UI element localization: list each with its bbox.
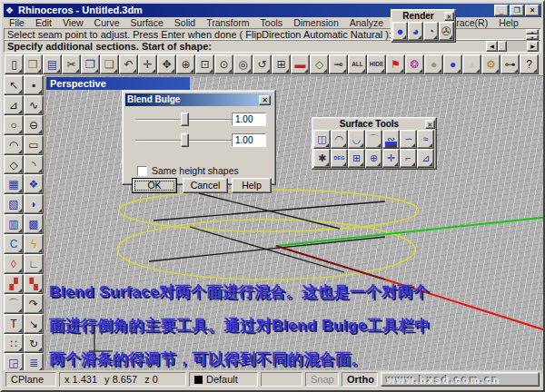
new-file-button[interactable]: ▯ [5, 54, 24, 74]
scroll-thumb[interactable] [498, 41, 507, 52]
point-on-button[interactable]: ⊸ [329, 54, 348, 74]
surface-tools-close-icon[interactable]: ✕ [425, 120, 435, 129]
blend-surface-2-button[interactable]: ∽ [400, 130, 417, 149]
menu-item[interactable]: Edit [30, 17, 57, 28]
layer-flag-button[interactable]: ⚑ [386, 54, 405, 74]
cancel-button[interactable]: Cancel [183, 178, 228, 193]
render-palette-titlebar[interactable]: Render ✕ [392, 11, 454, 22]
spotlight-button[interactable]: ▲ [462, 54, 481, 74]
blend-surface-3-button[interactable]: ≈ [417, 130, 434, 149]
cplane-pane[interactable]: CPlane [5, 372, 56, 387]
slider-thumb[interactable] [181, 133, 189, 147]
layer-pane[interactable]: Default [189, 372, 258, 387]
mesh-box-button[interactable]: ▩ [24, 214, 44, 234]
zoom-window-button[interactable]: ⊡ [195, 54, 214, 74]
red-car-button[interactable]: ▬ [291, 54, 310, 74]
scroll-right-icon[interactable]: ▶ [527, 41, 539, 52]
extend-surface-button[interactable]: ◫ [313, 130, 331, 149]
ellipsoid-button[interactable]: ⊕ [365, 149, 382, 168]
select-all-button[interactable]: ALL [348, 54, 367, 74]
split-button[interactable]: ▚ [24, 274, 44, 294]
cut-button[interactable]: ✂ [62, 54, 81, 74]
ortho-toggle[interactable]: Ortho [342, 372, 378, 387]
menu-item[interactable]: Dimension [288, 17, 344, 28]
loft-surface-button[interactable]: ▦ [4, 174, 24, 194]
adjust-end-bulge-button[interactable]: ↷ [24, 294, 44, 314]
render-palette-close-icon[interactable]: ✕ [444, 12, 454, 21]
merge-surface-button[interactable]: ⊞ [348, 149, 365, 168]
text-button[interactable]: T [4, 314, 24, 334]
render-preview-button[interactable]: ◔ [423, 22, 439, 41]
polyline-button[interactable]: ⊿ [4, 95, 24, 115]
blend-corner-button[interactable]: ⌒ [365, 130, 382, 149]
zoom-selected-button[interactable]: ⊙ [214, 54, 233, 74]
cylinder-button[interactable]: ▥ [4, 214, 24, 234]
spin-down-icon[interactable]: ▼ [526, 34, 539, 40]
viewport-title[interactable]: Perspective [46, 77, 190, 90]
menu-item[interactable]: Help [493, 17, 524, 28]
color-wheel-button[interactable]: ❂ [405, 54, 424, 74]
menu-item[interactable]: Solid [169, 17, 201, 28]
rotate-view-button[interactable]: ✥ [157, 54, 176, 74]
bulge-slider-1[interactable] [135, 113, 237, 126]
box-button[interactable]: ▧ [4, 194, 24, 214]
select-button[interactable]: ↖ [4, 75, 24, 95]
help-button[interactable]: ? [520, 54, 539, 74]
render-button[interactable]: ● [392, 22, 408, 41]
menu-item[interactable]: View [57, 17, 89, 28]
menu-item[interactable]: Transform [201, 17, 254, 28]
dialog-close-icon[interactable]: ✕ [259, 95, 271, 105]
fillet-surface-button[interactable]: ◠ [331, 130, 348, 149]
rebuild-surface-button[interactable]: ✱ [313, 149, 331, 168]
move-uvn-button[interactable]: ↘ [24, 314, 44, 334]
change-degree-button[interactable]: DEG [331, 149, 348, 168]
same-height-checkbox[interactable] [137, 166, 147, 176]
fillet-edge-button[interactable]: ◊ [4, 254, 24, 274]
menu-item[interactable]: Tools [255, 17, 289, 28]
render-opengl-button[interactable]: ◕ [408, 22, 423, 41]
zoom-previous-button[interactable]: ↺ [253, 54, 272, 74]
offset-surface-button[interactable]: ⊿ [417, 149, 434, 168]
undo-button[interactable]: ↶ [119, 54, 138, 74]
curve-from-object-button[interactable]: C [4, 234, 24, 254]
ellipse-button[interactable]: ⊖ [24, 115, 44, 135]
sphere-button[interactable]: ◗ [24, 194, 44, 214]
snap-toggle[interactable]: Snap [305, 372, 339, 387]
menu-item[interactable]: Curve [89, 17, 125, 28]
menu-item[interactable]: Surface [125, 17, 169, 28]
dialog-titlebar[interactable]: Blend Bulge ✕ [125, 93, 272, 106]
zoom-in-button[interactable]: ⊕ [176, 54, 195, 74]
paste-button[interactable]: ❏ [100, 54, 119, 74]
save-button[interactable]: ▤ [43, 54, 62, 74]
explode-button[interactable]: ϟ [24, 234, 44, 254]
bulge-value-1[interactable]: 1.00 [232, 113, 266, 126]
render-sphere-button[interactable]: ● [443, 54, 462, 74]
restore-button[interactable]: ❐ [510, 5, 524, 16]
options-gear-button[interactable]: ⚙ [481, 54, 500, 74]
close-button[interactable]: ✕ [525, 5, 540, 16]
perspective-viewport[interactable]: Perspective Blend Surface对两个面进行混合。这也是一个对… [45, 75, 545, 374]
point-button[interactable]: ▪ [24, 75, 44, 95]
bulge-slider-2[interactable] [135, 133, 237, 147]
menu-item[interactable]: Analyze [344, 17, 389, 28]
arc-button[interactable]: ◠ [4, 135, 24, 155]
copy-button[interactable]: ❐ [81, 54, 100, 74]
menu-item[interactable]: File [4, 17, 30, 28]
slider-thumb[interactable] [181, 113, 189, 126]
ok-button[interactable]: OK [132, 178, 177, 193]
cplane-button[interactable]: ◇ [310, 54, 329, 74]
camera-button[interactable]: ✇ [439, 22, 454, 41]
curve-button[interactable]: ∿ [24, 95, 44, 115]
rotate-button[interactable]: ↻ [24, 334, 44, 354]
corner-surface-button[interactable]: ⌐ [400, 149, 417, 168]
bulge-value-2[interactable]: 1.00 [232, 133, 266, 147]
minimize-button[interactable]: _ [494, 5, 509, 16]
patch-surface-button[interactable]: ❖ [24, 174, 44, 194]
hide-button[interactable]: HIDE [367, 54, 386, 74]
rectangle-button[interactable]: ▭ [24, 135, 44, 155]
symmetry-button[interactable]: ✛ [382, 149, 400, 168]
blend-surface-button[interactable]: ∾ [382, 130, 400, 149]
scroll-track[interactable] [507, 41, 527, 52]
polygon-button[interactable]: ◇ [4, 155, 24, 175]
chamfer-surface-button[interactable]: ◡ [348, 130, 365, 149]
